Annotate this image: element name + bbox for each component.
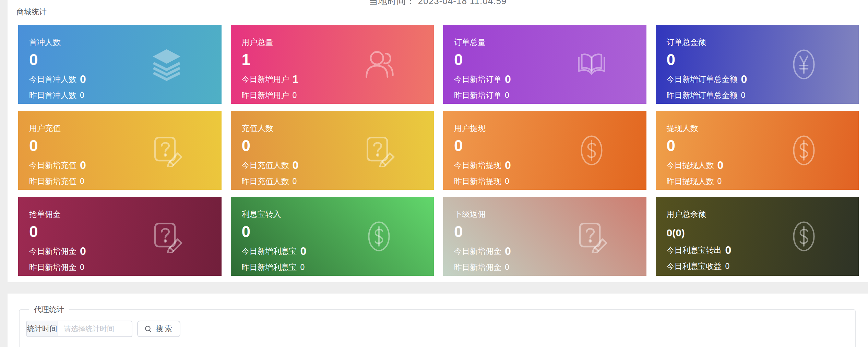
card-title: 用户提现	[443, 111, 646, 134]
card-today-value: 0	[741, 73, 747, 85]
card-title: 提现人数	[656, 111, 859, 134]
yuan-circle-icon	[787, 48, 820, 81]
card-title: 抢单佣金	[18, 197, 222, 220]
card-yesterday-label: 昨日新增提现	[454, 177, 501, 186]
card-yesterday-value: 0	[505, 91, 509, 100]
card-today-label: 今日新增订单	[454, 75, 501, 84]
card-yesterday-label: 昨日首冲人数	[29, 91, 76, 100]
card-today-label: 今日充值人数	[242, 161, 289, 170]
page-title: 商城统计	[16, 7, 47, 17]
edit-document-icon	[575, 220, 608, 253]
card-today-line: 今日新增佣金0	[29, 245, 222, 258]
card-today-value: 0	[300, 245, 307, 257]
card-today-line: 今日充值人数0	[242, 159, 434, 172]
stat-card: 充值人数 0 今日充值人数0 昨日充值人数0	[231, 111, 434, 190]
card-yesterday-label: 昨日新增充值	[29, 177, 76, 186]
card-yesterday-value: 0	[80, 91, 84, 100]
card-yesterday-value: 0	[293, 177, 297, 186]
dashboard-page: 当地时间： 2023-04-18 11:04:59 商城统计 首冲人数 0 今日…	[0, 0, 868, 347]
card-today-value: 0	[717, 159, 724, 171]
card-today-value: 0	[293, 159, 299, 171]
card-yesterday-line: 昨日新增佣金0	[29, 263, 222, 272]
card-today-label: 今日新增利息宝	[242, 247, 297, 256]
card-today-value: 0	[505, 73, 511, 85]
card-yesterday-line: 昨日充值人数0	[242, 177, 434, 186]
card-yesterday-label: 昨日新增佣金	[454, 263, 501, 272]
card-yesterday-label: 昨日新增订单	[454, 91, 501, 100]
card-today-line: 今日新增充值0	[29, 159, 222, 172]
card-yesterday-line: 昨日新增充值0	[29, 177, 222, 186]
card-value: 0(0)	[667, 227, 859, 238]
card-yesterday-line: 今日利息宝收益0	[667, 262, 859, 271]
card-title: 充值人数	[231, 111, 434, 134]
card-value: 0	[667, 138, 859, 153]
card-today-line: 今日新增提现0	[454, 159, 646, 172]
card-yesterday-line: 昨日新增提现0	[454, 177, 646, 186]
card-today-value: 1	[293, 73, 299, 85]
card-yesterday-value: 0	[80, 263, 84, 272]
agent-stats-legend: 代理统计	[29, 305, 69, 315]
stats-cards-grid: 首冲人数 0 今日首冲人数0 昨日首冲人数0 用户总量 1 今日新增用户1 昨日…	[18, 25, 859, 276]
card-today-line: 今日新增订单总金额0	[667, 73, 859, 86]
card-today-label: 今日新增佣金	[454, 247, 501, 256]
card-title: 用户总余额	[656, 197, 859, 220]
card-title: 用户总量	[231, 25, 434, 48]
search-icon	[144, 325, 153, 333]
card-yesterday-line: 昨日首冲人数0	[29, 91, 222, 100]
card-value: 0	[454, 138, 646, 153]
stat-card: 利息宝转入 0 今日新增利息宝0 昨日新增利息宝0	[231, 197, 434, 276]
card-today-label: 今日新增订单总金额	[667, 75, 738, 84]
stat-card: 用户总量 1 今日新增用户1 昨日新增用户0	[231, 25, 434, 104]
card-yesterday-line: 昨日新增佣金0	[454, 263, 646, 272]
local-time-text: 当地时间： 2023-04-18 11:04:59	[8, 0, 868, 7]
card-today-label: 今日首冲人数	[29, 75, 76, 84]
card-yesterday-value: 0	[300, 263, 305, 272]
edit-document-icon	[150, 134, 183, 167]
card-value: 0	[242, 138, 434, 153]
stat-card: 订单总量 0 今日新增订单0 昨日新增订单0	[443, 25, 646, 104]
edit-document-icon	[150, 220, 183, 253]
search-button-label: 搜索	[156, 324, 174, 334]
layers-icon	[150, 48, 183, 81]
card-yesterday-label: 昨日新增订单总金额	[667, 91, 738, 100]
card-today-line: 今日新增利息宝0	[242, 245, 434, 258]
card-today-value: 0	[505, 159, 511, 171]
stats-time-input[interactable]	[58, 321, 132, 337]
card-today-line: 今日新增佣金0	[454, 245, 646, 258]
card-yesterday-value: 0	[741, 91, 746, 100]
agent-stats-form: 统计时间 搜索	[26, 321, 180, 337]
dollar-circle-icon	[362, 220, 395, 253]
card-yesterday-line: 昨日新增订单总金额0	[667, 91, 859, 100]
card-today-value: 0	[505, 245, 511, 257]
card-title: 下级返佣	[443, 197, 646, 220]
users-icon	[362, 48, 395, 81]
dollar-circle-icon	[787, 134, 820, 167]
card-value: 0	[454, 52, 646, 67]
card-yesterday-label: 昨日提现人数	[667, 177, 714, 186]
card-yesterday-label: 今日利息宝收益	[667, 262, 722, 271]
card-yesterday-value: 0	[725, 262, 730, 271]
card-title: 利息宝转入	[231, 197, 434, 220]
open-book-icon	[575, 48, 608, 81]
stat-card: 抢单佣金 0 今日新增佣金0 昨日新增佣金0	[18, 197, 222, 276]
card-today-line: 今日提现人数0	[667, 159, 859, 172]
card-today-label: 今日新增充值	[29, 161, 76, 170]
search-button[interactable]: 搜索	[137, 321, 180, 337]
card-value: 0	[242, 224, 434, 239]
stat-card: 用户总余额 0(0) 今日利息宝转出0 今日利息宝收益0	[656, 197, 859, 276]
card-value: 0	[454, 224, 646, 239]
agent-stats-panel: 代理统计 统计时间 搜索	[8, 294, 868, 347]
card-yesterday-label: 昨日新增佣金	[29, 263, 76, 272]
stat-card: 下级返佣 0 今日新增佣金0 昨日新增佣金0	[443, 197, 646, 276]
card-today-label: 今日新增用户	[242, 75, 289, 84]
card-today-label: 今日新增佣金	[29, 247, 76, 256]
mall-stats-panel: 当地时间： 2023-04-18 11:04:59 商城统计 首冲人数 0 今日…	[8, 0, 868, 282]
stat-card: 订单总金额 0 今日新增订单总金额0 昨日新增订单总金额0	[656, 25, 859, 104]
card-yesterday-line: 昨日提现人数0	[667, 177, 859, 186]
card-yesterday-label: 昨日新增用户	[242, 91, 289, 100]
card-yesterday-value: 0	[293, 91, 297, 100]
card-today-line: 今日新增订单0	[454, 73, 646, 86]
card-value: 1	[242, 52, 434, 67]
stat-card: 提现人数 0 今日提现人数0 昨日提现人数0	[656, 111, 859, 190]
card-today-line: 今日首冲人数0	[29, 73, 222, 86]
